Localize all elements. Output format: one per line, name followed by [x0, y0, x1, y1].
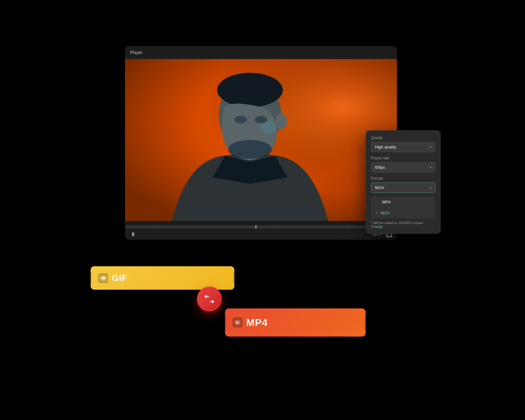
change-link[interactable]: Change	[371, 225, 383, 228]
convert-arrows-icon	[203, 293, 216, 305]
mov-check-icon: ✓	[375, 211, 378, 215]
format-label: Format	[371, 176, 435, 181]
player-timeline[interactable]	[125, 225, 397, 229]
mp4-badge-accent-right	[364, 316, 366, 330]
format-value: MOV	[375, 185, 384, 190]
gif-label: GIF	[112, 273, 128, 283]
gif-badge-accent-right	[233, 272, 234, 284]
framerate-value: 60fps	[375, 165, 385, 170]
gif-badge[interactable]: GIF	[91, 266, 234, 290]
mov-option-label: MOV	[381, 211, 390, 215]
mp4-label: MP4	[246, 317, 268, 328]
quality-label: Quality	[371, 136, 435, 140]
quality-dropdown[interactable]: High quality ▾	[371, 142, 435, 152]
svg-point-6	[228, 140, 272, 159]
gif-badge-accent-left	[91, 272, 92, 284]
player-video	[125, 59, 397, 221]
framerate-chevron-icon: ▾	[430, 166, 431, 169]
settings-note: * Will be saved to YEUNG's space Change	[371, 221, 435, 228]
timeline-indicator	[256, 225, 256, 228]
gif-arrow-icon	[100, 276, 106, 281]
gif-icon-box	[98, 273, 108, 283]
settings-panel: Quality High quality ▾ Frame rate 60fps …	[366, 130, 441, 234]
svg-point-9	[255, 116, 267, 123]
mp4-option-label: MP4	[382, 200, 391, 204]
mp4-play-icon	[234, 320, 241, 325]
video-content	[125, 59, 397, 221]
format-option-mp4[interactable]: MP4	[371, 197, 435, 208]
mp4-icon-box	[232, 318, 242, 328]
player-title: Player	[130, 50, 142, 55]
format-dropdown[interactable]: MOV ▴	[371, 182, 435, 193]
quality-value: High quality	[375, 145, 396, 149]
framerate-label: Frame rate	[371, 156, 435, 160]
quality-chevron-icon: ▾	[430, 145, 431, 149]
player-window: Player	[125, 46, 397, 240]
pause-button[interactable]: ⏸	[130, 231, 136, 238]
note-text: * Will be saved to YEUNG's space	[371, 221, 423, 225]
mp4-badge-accent-left	[225, 316, 226, 330]
player-controls: ⏸ 16:9 ▾	[125, 229, 397, 240]
mp4-badge[interactable]: MP4	[225, 308, 366, 337]
svg-point-4	[217, 73, 283, 107]
swap-icon	[203, 293, 216, 305]
player-titlebar: Player	[125, 46, 397, 59]
format-option-mov[interactable]: ✓ MOV	[371, 208, 435, 218]
convert-button[interactable]	[197, 287, 222, 312]
svg-point-8	[234, 116, 247, 123]
timeline-track[interactable]	[128, 226, 394, 228]
framerate-dropdown[interactable]: 60fps ▾	[371, 162, 435, 172]
svg-point-5	[276, 113, 287, 129]
format-chevron-icon: ▴	[430, 186, 431, 189]
format-options-list: MP4 ✓ MOV	[371, 197, 435, 218]
